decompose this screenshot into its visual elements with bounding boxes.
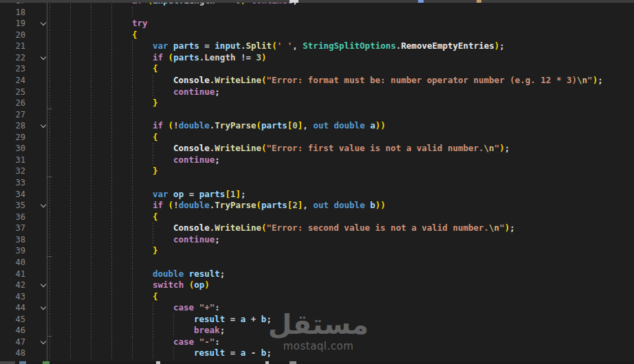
code-line[interactable]: 20{ [0,30,634,41]
code-line[interactable]: 33 [0,177,634,189]
code-line[interactable]: 31continue; [0,155,634,166]
indent-guide [132,41,133,52]
line-number[interactable]: 38 [4,234,25,246]
code-line[interactable]: 38continue; [0,234,634,246]
code-line[interactable]: 23{ [0,63,634,75]
line-number[interactable]: 27 [4,109,25,121]
line-number[interactable]: 26 [4,98,25,109]
code-line[interactable]: 28if (!double.TryParse(parts[0], out dou… [0,120,634,132]
line-number[interactable]: 31 [4,155,25,166]
indent-guide [50,132,50,144]
code-text: if (!double.TryParse(parts[0], out doubl… [153,120,386,132]
indent-guide [70,257,71,269]
line-number[interactable]: 39 [4,245,25,257]
line-number[interactable]: 37 [4,223,25,234]
indent-guide [132,177,133,189]
indent-guide [132,166,133,177]
line-number[interactable]: 30 [4,143,25,155]
line-number[interactable]: 46 [4,325,25,337]
line-number[interactable]: 44 [4,302,25,314]
code-text: case "+": [173,302,220,314]
indent-guide [111,223,112,234]
line-number[interactable]: 22 [4,52,25,64]
line-number[interactable]: 42 [4,280,25,291]
fold-chevron-icon[interactable] [40,304,47,311]
line-number[interactable]: 24 [4,75,25,87]
fold-chevron-icon[interactable] [40,20,47,27]
code-line[interactable]: 45result = a + b; [0,314,634,326]
code-line[interactable]: 39} [0,245,634,257]
line-number[interactable]: 45 [4,314,25,326]
line-number[interactable]: 19 [4,18,25,30]
indent-guide [132,7,133,19]
code-line[interactable]: 26} [0,98,634,109]
line-number[interactable]: 32 [4,166,25,177]
indent-guide [91,257,91,269]
line-number[interactable]: 23 [4,63,25,75]
fold-chevron-icon[interactable] [40,122,47,129]
code-line[interactable]: 47case "-": [0,337,634,348]
code-line[interactable]: 34var op = parts[1]; [0,189,634,201]
code-line[interactable]: 24Console.WriteLine("Error: format must … [0,75,634,87]
code-line[interactable]: 37Console.WriteLine("Error: second value… [0,223,634,234]
indent-guide [132,257,133,269]
line-number[interactable]: 35 [4,200,25,212]
indent-guide [111,348,112,359]
line-number[interactable]: 21 [4,41,25,52]
code-line[interactable]: 36{ [0,212,634,223]
code-line[interactable]: 40 [0,257,634,269]
indent-guide [111,245,112,257]
code-line[interactable]: 27 [0,109,634,121]
code-line[interactable]: 22if (parts.Length != 3) [0,52,634,64]
indent-guide [111,30,112,41]
code-text: continue; [173,234,220,246]
indent-guide [91,302,91,314]
line-number[interactable]: 20 [4,30,25,41]
code-line[interactable]: 32} [0,166,634,177]
line-number[interactable]: 48 [4,348,25,359]
code-line[interactable]: 35if (!double.TryParse(parts[2], out dou… [0,200,634,212]
indent-guide [91,109,91,121]
indent-guide [50,302,50,314]
code-line[interactable]: 19try [0,18,634,30]
indent-guide [70,269,71,280]
line-number[interactable]: 43 [4,291,25,303]
line-number[interactable]: 47 [4,337,25,348]
indent-guide [70,155,71,166]
code-editor[interactable]: 17if (input.Length == 0) continue;1819tr… [0,3,634,364]
indent-guide [70,245,71,257]
line-number[interactable]: 36 [4,212,25,223]
line-number[interactable]: 40 [4,257,25,269]
code-line[interactable]: 18 [0,7,634,19]
indent-guide [111,302,112,314]
indent-guide [70,7,71,19]
line-number[interactable]: 18 [4,7,25,19]
fold-chevron-icon[interactable] [40,54,47,61]
code-line[interactable]: 21var parts = input.Split(' ', StringSpl… [0,41,634,52]
indent-guide [132,234,133,246]
code-text: continue; [173,87,220,98]
code-line[interactable]: 48result = a - b; [0,348,634,359]
code-line[interactable]: 29{ [0,132,634,144]
code-line[interactable]: 46break; [0,325,634,337]
indent-guide [111,120,112,132]
indent-guide [70,212,71,223]
code-line[interactable]: 44case "+": [0,302,634,314]
line-number[interactable]: 25 [4,87,25,98]
fold-chevron-icon[interactable] [40,202,47,209]
code-line[interactable]: 25continue; [0,87,634,98]
line-number[interactable]: 28 [4,120,25,132]
code-line[interactable]: 42switch (op) [0,280,634,291]
code-line[interactable]: 43{ [0,291,634,303]
fold-chevron-icon[interactable] [40,339,47,345]
line-number[interactable]: 34 [4,189,25,201]
code-line[interactable]: 30Console.WriteLine("Error: first value … [0,143,634,155]
line-number[interactable]: 29 [4,132,25,144]
fold-chevron-icon[interactable] [40,282,47,288]
line-number[interactable]: 33 [4,177,25,189]
cropped-bottom-fragment [19,361,26,364]
indent-guide [91,52,91,64]
line-number[interactable]: 41 [4,269,25,280]
code-text: { [153,132,158,144]
code-line[interactable]: 41double result; [0,269,634,280]
